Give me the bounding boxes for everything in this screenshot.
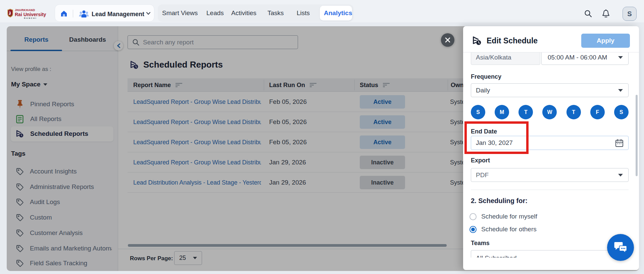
search-icon[interactable] (584, 9, 592, 18)
teams-select[interactable]: All Subscribed (471, 250, 629, 258)
nav-item-leads[interactable]: Leads (206, 9, 224, 17)
university-logo: JHARKHAND Rai University RANCHI (7, 9, 46, 19)
export-select[interactable]: PDF (471, 168, 629, 182)
day-toggle-sunday[interactable]: S (471, 105, 485, 119)
time-slot-value: 05:00 AM - 06:00 AM (548, 54, 607, 61)
home-icon[interactable] (61, 10, 67, 17)
workspace-people-icon (79, 10, 89, 18)
app-root: JHARKHAND Rai University RANCHI Lead Man… (0, 0, 644, 274)
close-icon (445, 37, 451, 43)
logo-line-bottom: RANCHI (24, 17, 37, 19)
teams-value: All Subscribed (476, 255, 516, 258)
radio-label: Schedule for myself (481, 213, 537, 220)
export-caret-icon (618, 174, 623, 177)
user-avatar[interactable]: S (623, 7, 637, 21)
drawer-section-divider (471, 190, 629, 190)
day-toggle-wednesday[interactable]: W (542, 105, 557, 119)
radio-schedule-for-others[interactable]: Schedule for others (469, 225, 537, 233)
apply-button[interactable]: Apply (581, 34, 630, 48)
nav-item-analytics[interactable]: Analytics (324, 9, 352, 17)
chat-bubbles-icon (614, 241, 627, 253)
day-toggle-monday[interactable]: M (495, 105, 509, 119)
radio-schedule-for-myself[interactable]: Schedule for myself (469, 212, 537, 221)
module-divider (73, 10, 73, 17)
teams-label: Teams (471, 239, 490, 247)
workspace-chevron-down-icon (146, 12, 150, 15)
drawer-scrollbar[interactable] (636, 95, 638, 176)
frequency-label: Frequency (471, 73, 501, 80)
nav-item-activities[interactable]: Activities (231, 9, 256, 17)
close-drawer-button[interactable] (441, 33, 454, 47)
logo-line-middle: Rai University (15, 12, 46, 17)
radio-label: Schedule for others (481, 226, 537, 233)
day-toggle-saturday[interactable]: S (614, 105, 629, 119)
radio-checked-icon (469, 226, 477, 233)
day-toggle-tuesday[interactable]: T (518, 105, 533, 119)
frequency-caret-icon (618, 89, 623, 92)
notifications-bell-icon[interactable] (602, 9, 610, 18)
frequency-value: Daily (476, 87, 490, 94)
edit-schedule-icon (473, 36, 481, 45)
annotation-highlight-rectangle (464, 121, 529, 154)
drawer-body: Asia/Kolkata 05:00 AM - 06:00 AM Frequen… (463, 52, 639, 258)
day-toggle-friday[interactable]: F (590, 105, 605, 119)
time-slot-select[interactable]: 05:00 AM - 06:00 AM (541, 52, 629, 65)
radio-unchecked-icon (469, 213, 477, 220)
university-logo-text: JHARKHAND Rai University RANCHI (15, 9, 46, 19)
chat-fab-button[interactable] (607, 234, 634, 261)
timezone-field[interactable]: Asia/Kolkata (471, 52, 540, 65)
week-days-row: S M T W T F S (471, 105, 629, 119)
calendar-icon (615, 139, 624, 147)
scheduling-for-title: 2. Scheduling for: (471, 197, 528, 205)
drawer-title: Edit Schedule (487, 36, 538, 45)
top-navigation-bar: JHARKHAND Rai University RANCHI Lead Man… (0, 0, 644, 23)
frequency-select[interactable]: Daily (471, 83, 629, 97)
day-toggle-thursday[interactable]: T (566, 105, 581, 119)
nav-item-lists[interactable]: Lists (297, 9, 310, 17)
time-slot-caret-icon (618, 56, 623, 59)
workspace-selector[interactable]: Lead Management (92, 10, 144, 18)
nav-item-smart-views[interactable]: Smart Views (162, 9, 198, 17)
nav-item-tasks[interactable]: Tasks (267, 9, 284, 17)
logo-line-top: JHARKHAND (15, 9, 35, 12)
export-label: Export (471, 157, 490, 164)
university-emblem-icon (7, 9, 13, 17)
export-value: PDF (476, 171, 489, 179)
